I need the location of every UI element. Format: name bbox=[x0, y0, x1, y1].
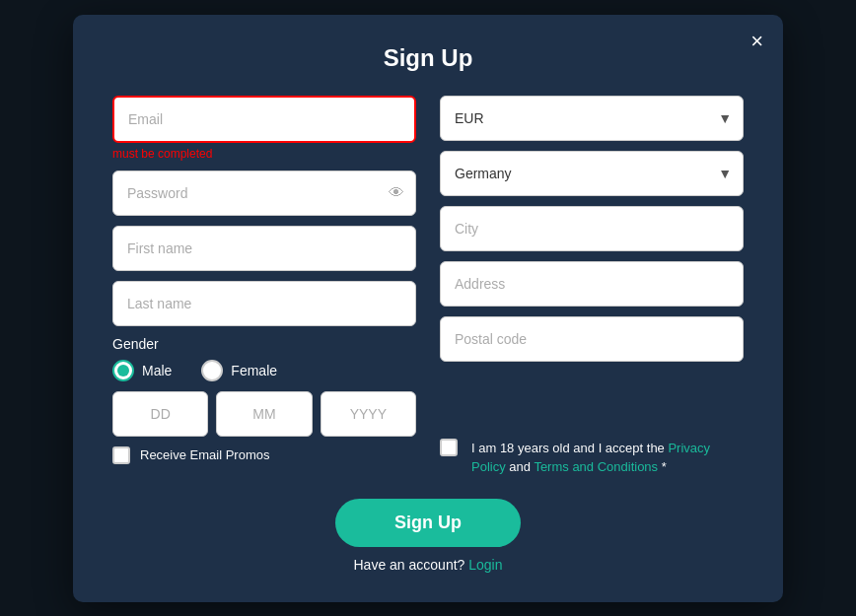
gender-label: Gender bbox=[112, 336, 416, 352]
tos-text-before: I am 18 years old and I accept the bbox=[471, 441, 668, 455]
lastname-field[interactable] bbox=[112, 281, 416, 326]
email-promos-label: Receive Email Promos bbox=[140, 447, 270, 462]
modal-overlay: Sign Up × must be completed 👁 Gender bbox=[0, 0, 856, 616]
gender-male-label: Male bbox=[142, 363, 172, 378]
tos-text: I am 18 years old and I accept the Priva… bbox=[471, 439, 744, 477]
left-column: must be completed 👁 Gender Male bbox=[112, 96, 416, 477]
email-field[interactable] bbox=[112, 96, 416, 143]
female-radio[interactable] bbox=[201, 360, 223, 381]
currency-wrapper: EUR USD GBP ▼ bbox=[440, 96, 744, 141]
email-error-message: must be completed bbox=[112, 147, 416, 161]
login-row: Have an account? Login bbox=[112, 557, 744, 573]
close-button[interactable]: × bbox=[750, 31, 763, 52]
tos-asterisk: * bbox=[658, 459, 667, 474]
postal-field[interactable] bbox=[440, 316, 744, 362]
login-link[interactable]: Login bbox=[468, 557, 502, 573]
country-wrapper: Germany France United Kingdom ▼ bbox=[440, 151, 744, 196]
form-layout: must be completed 👁 Gender Male bbox=[112, 96, 744, 477]
tos-text-and: and bbox=[506, 459, 535, 474]
email-promos-row: Receive Email Promos bbox=[112, 446, 416, 464]
have-account-text: Have an account? bbox=[353, 557, 464, 573]
dob-month-field[interactable] bbox=[216, 391, 312, 437]
firstname-field[interactable] bbox=[112, 226, 416, 271]
city-field[interactable] bbox=[440, 206, 744, 251]
terms-link[interactable]: Terms and Conditions bbox=[534, 459, 658, 474]
signup-modal: Sign Up × must be completed 👁 Gender bbox=[73, 15, 783, 602]
email-promos-checkbox[interactable] bbox=[112, 446, 130, 464]
tos-section: I am 18 years old and I accept the Priva… bbox=[440, 439, 744, 477]
gender-female-option[interactable]: Female bbox=[201, 360, 277, 381]
gender-male-option[interactable]: Male bbox=[112, 360, 172, 381]
currency-select[interactable]: EUR USD GBP bbox=[440, 96, 744, 141]
modal-title: Sign Up bbox=[112, 44, 744, 72]
signup-button[interactable]: Sign Up bbox=[335, 499, 521, 547]
male-radio[interactable] bbox=[112, 360, 134, 381]
eye-icon[interactable]: 👁 bbox=[389, 184, 404, 202]
gender-female-label: Female bbox=[231, 363, 277, 378]
password-wrapper: 👁 bbox=[112, 171, 416, 216]
dob-row bbox=[112, 391, 416, 437]
tos-checkbox[interactable] bbox=[440, 439, 458, 456]
gender-options: Male Female bbox=[112, 360, 416, 381]
right-column: EUR USD GBP ▼ Germany France United King… bbox=[440, 96, 744, 477]
dob-day-field[interactable] bbox=[112, 391, 208, 437]
dob-year-field[interactable] bbox=[321, 391, 416, 437]
country-select[interactable]: Germany France United Kingdom bbox=[440, 151, 744, 196]
address-field[interactable] bbox=[440, 261, 744, 307]
password-field[interactable] bbox=[112, 171, 416, 216]
gender-section: Gender Male Female bbox=[112, 336, 416, 381]
